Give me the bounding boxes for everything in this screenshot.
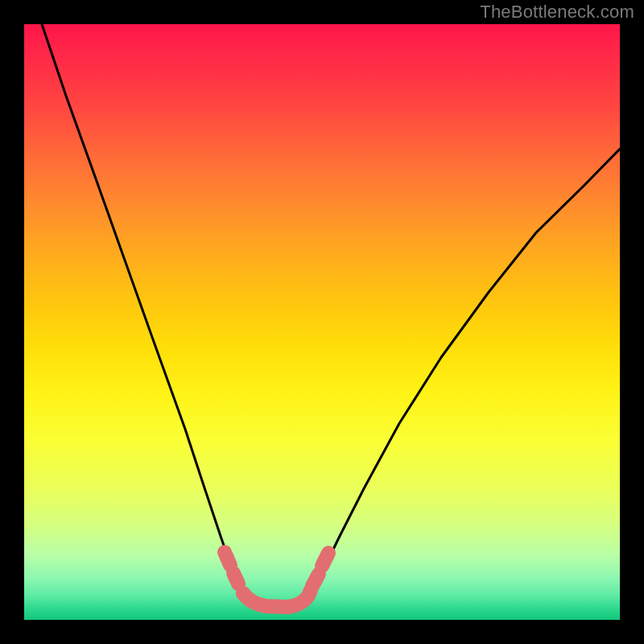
right-dash-2 (322, 553, 328, 566)
left-dash-1 (225, 552, 230, 565)
left-anchor-dot (236, 586, 250, 601)
bottleneck-curve (42, 24, 620, 605)
plot-svg (24, 24, 620, 620)
chart-stage: TheBottleneck.com (0, 0, 644, 644)
plot-area (24, 24, 620, 620)
right-anchor-dot (303, 583, 318, 597)
left-dash-2 (233, 573, 238, 584)
optimal-region-arc (243, 590, 311, 607)
watermark-text: TheBottleneck.com (480, 2, 634, 23)
